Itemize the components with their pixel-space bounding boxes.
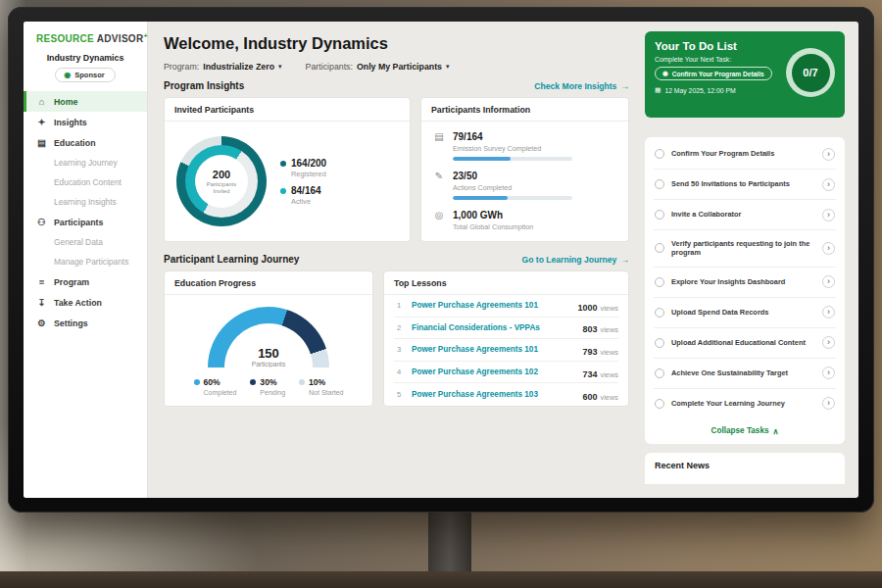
sidebar-item-label: Settings — [54, 318, 88, 328]
next-task-pill[interactable]: ◉ Confirm Your Program Details — [655, 67, 772, 80]
sidebar-item-take-action[interactable]: ↧ Take Action — [24, 292, 147, 313]
chevron-right-icon[interactable]: › — [822, 367, 835, 379]
chevron-right-icon[interactable]: › — [822, 242, 835, 255]
lesson-title-link[interactable]: Power Purchase Agreements 101 — [412, 345, 574, 354]
settings-icon: ⚙ — [36, 318, 47, 328]
sidebar-item-label: Participants — [54, 218, 103, 227]
sidebar-item-learning-insights[interactable]: Learning Insights — [24, 192, 147, 212]
arrow-right-icon: → — [620, 255, 629, 265]
lesson-row[interactable]: 5 Power Purchase Agreements 103 600views — [394, 383, 618, 406]
lesson-row[interactable]: 1 Power Purchase Agreements 101 1000view… — [394, 295, 618, 318]
program-dropdown[interactable]: Program: Industrialize Zero ▾ — [164, 62, 282, 72]
page-title: Welcome, Industry Dynamics — [164, 34, 629, 53]
chevron-right-icon[interactable]: › — [822, 336, 835, 349]
stat-value: 23/50 — [453, 171, 572, 181]
participants-information-card: Participants Information ▤ 79/164 Emissi… — [420, 97, 629, 242]
sidebar-item-home[interactable]: ⌂ Home — [24, 91, 147, 112]
stat-value: 1,000 GWh — [453, 210, 533, 220]
sidebar-item-program[interactable]: ≡ Program — [24, 271, 147, 292]
chevron-right-icon[interactable]: › — [822, 275, 835, 288]
participants-label: Participants: — [306, 62, 353, 72]
task-checkbox[interactable] — [655, 243, 664, 253]
learning-journey-header: Participant Learning Journey Go to Learn… — [164, 254, 629, 265]
app-screen: RESOURCE ADVISOR+ Industry Dynamics ◉ Sp… — [24, 22, 858, 498]
legend-item: 60% Completed — [194, 377, 237, 396]
sidebar-item-manage-participants[interactable]: Manage Participants — [24, 252, 147, 271]
task-item[interactable]: Complete Your Learning Journey › — [654, 389, 836, 418]
sponsor-badge-icon: ◉ — [64, 71, 71, 79]
chevron-down-icon: ▾ — [446, 63, 450, 71]
task-checkbox[interactable] — [655, 277, 664, 287]
lesson-row[interactable]: 4 Power Purchase Agreements 102 734views — [394, 362, 618, 384]
card-title: Invited Participants — [165, 98, 410, 122]
sidebar-item-insights[interactable]: ✦ Insights — [24, 112, 147, 132]
education-gauge-chart: 150 Participants — [208, 307, 329, 368]
chevron-down-icon: ▾ — [278, 63, 282, 71]
check-more-insights-link[interactable]: Check More Insights → — [534, 81, 629, 91]
chevron-right-icon[interactable]: › — [822, 397, 835, 410]
participants-dropdown[interactable]: Participants: Only My Participants ▾ — [306, 62, 450, 72]
gauge-center-value: 150 — [208, 346, 329, 361]
sidebar-item-settings[interactable]: ⚙ Settings — [24, 313, 147, 333]
task-item[interactable]: Upload Additional Educational Content › — [654, 328, 836, 359]
task-item[interactable]: Confirm Your Program Details › — [654, 139, 836, 170]
participants-icon: ⚇ — [36, 217, 47, 227]
card-title: Top Lessons — [384, 271, 628, 295]
sidebar-item-label: Education — [54, 138, 96, 148]
chevron-right-icon[interactable]: › — [822, 148, 835, 161]
sidebar-item-general-data[interactable]: General Data — [24, 232, 147, 252]
link-label: Go to Learning Journey — [521, 255, 616, 265]
sidebar-item-participants[interactable]: ⚇ Participants — [24, 212, 147, 232]
task-item[interactable]: Explore Your Insights Dashboard › — [654, 268, 836, 298]
recent-news-card[interactable]: Recent News — [645, 453, 845, 484]
todo-progress-ring: 0/7 — [786, 48, 835, 97]
lesson-title-link[interactable]: Financial Considerations - VPPAs — [412, 323, 574, 332]
task-checkbox[interactable] — [655, 399, 664, 409]
chevron-right-icon[interactable]: › — [822, 306, 835, 318]
lesson-title-link[interactable]: Power Purchase Agreements 102 — [412, 368, 574, 376]
legend-item: 30% Pending — [250, 377, 285, 396]
sidebar-item-label: Program — [54, 277, 89, 287]
education-progress-card: Education Progress 150 Participants — [164, 270, 373, 407]
task-item[interactable]: Verify participants requesting to join t… — [654, 230, 836, 268]
task-item[interactable]: Send 50 Invitations to Participants › — [654, 170, 836, 200]
next-task-label: Confirm Your Program Details — [672, 71, 764, 77]
legend-dot — [299, 379, 305, 385]
lesson-rank: 4 — [394, 368, 404, 376]
task-checkbox[interactable] — [655, 308, 664, 318]
go-to-learning-journey-link[interactable]: Go to Learning Journey → — [521, 255, 629, 265]
task-item[interactable]: Achieve One Sustainability Target › — [654, 359, 836, 389]
stat-label: Total Global Consumption — [453, 222, 533, 231]
sidebar-item-label: Take Action — [54, 298, 102, 308]
lesson-title-link[interactable]: Power Purchase Agreements 103 — [412, 390, 574, 399]
task-item[interactable]: Invite a Collaborator › — [654, 200, 836, 230]
stat-value: 79/164 — [453, 131, 572, 142]
task-item[interactable]: Upload Spend Data Records › — [654, 298, 836, 328]
task-checkbox[interactable] — [655, 179, 664, 189]
chevron-right-icon[interactable]: › — [822, 209, 835, 221]
sidebar-item-label: Home — [54, 97, 77, 107]
sidebar-item-education[interactable]: ▤ Education — [24, 132, 147, 153]
task-checkbox[interactable] — [655, 368, 664, 378]
sponsor-badge-label: Sponsor — [74, 71, 104, 79]
task-checkbox[interactable] — [655, 338, 664, 348]
task-checkbox[interactable] — [655, 149, 664, 159]
sidebar-item-education-content[interactable]: Education Content — [24, 172, 147, 192]
sponsor-badge[interactable]: ◉ Sponsor — [55, 68, 115, 82]
sidebar-item-label: Insights — [54, 118, 87, 127]
task-checkbox[interactable] — [655, 210, 664, 220]
lesson-row[interactable]: 3 Power Purchase Agreements 101 793views — [394, 339, 618, 362]
chevron-right-icon[interactable]: › — [822, 178, 835, 191]
collapse-tasks-link[interactable]: Collapse Tasks ∧ — [654, 418, 836, 441]
lesson-row[interactable]: 2 Financial Considerations - VPPAs 803vi… — [394, 318, 618, 340]
sidebar-item-learning-journey[interactable]: Learning Journey — [24, 153, 147, 172]
progress-track — [453, 196, 572, 200]
donut-center-label: Participants Invited — [201, 181, 242, 195]
invited-participants-card: Invited Participants 200 Participants In… — [164, 97, 411, 242]
sidebar: RESOURCE ADVISOR+ Industry Dynamics ◉ Sp… — [24, 22, 148, 498]
todo-progress-value: 0/7 — [792, 54, 830, 92]
lesson-title-link[interactable]: Power Purchase Agreements 101 — [412, 301, 569, 310]
legend-value: 164/200 — [291, 158, 326, 169]
insights-cards-row: Invited Participants 200 Participants In… — [164, 97, 629, 242]
invited-donut-chart: 200 Participants Invited — [176, 136, 267, 226]
